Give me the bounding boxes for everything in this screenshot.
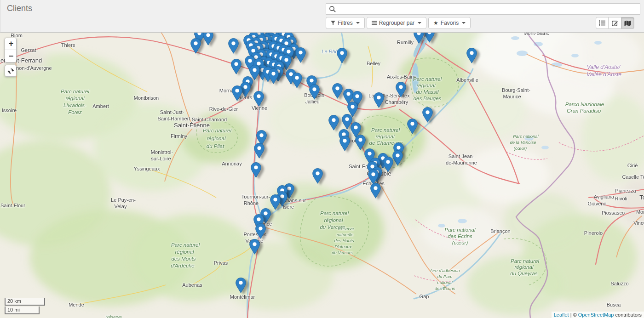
map-marker[interactable] <box>203 33 213 45</box>
map-marker[interactable] <box>312 168 323 184</box>
search-input[interactable] <box>338 4 637 14</box>
control-panel: Clients Filtres Regrouper par ★ Favoris <box>0 0 644 33</box>
map-marker[interactable] <box>407 119 418 134</box>
star-icon: ★ <box>433 20 438 26</box>
filters-button[interactable]: Filtres <box>326 17 365 29</box>
chevron-down-icon <box>418 22 421 24</box>
favorites-button[interactable]: ★ Favoris <box>428 17 471 29</box>
map-marker[interactable] <box>309 84 320 100</box>
scale-km: 20 km <box>5 298 45 306</box>
zoom-out-button[interactable]: − <box>5 50 17 62</box>
map-marker[interactable] <box>251 162 261 178</box>
map-scale-control: 20 km 10 mi <box>5 298 45 314</box>
map-marker[interactable] <box>466 48 477 63</box>
groupby-label: Regrouper par <box>379 20 414 26</box>
search-icon <box>329 6 336 13</box>
map-marker[interactable] <box>253 91 264 107</box>
map-marker[interactable] <box>232 85 242 101</box>
map-marker[interactable] <box>368 169 379 185</box>
map-marker[interactable] <box>414 33 424 44</box>
map-marker[interactable] <box>270 194 281 210</box>
search-box[interactable] <box>326 3 640 15</box>
map-zoom-control: + − <box>5 38 17 62</box>
map-marker[interactable] <box>370 183 381 199</box>
map-marker[interactable] <box>355 135 366 150</box>
refresh-icon <box>7 68 14 74</box>
page-title: Clients <box>7 4 32 13</box>
search-options: Filtres Regrouper par ★ Favoris <box>326 17 471 29</box>
map-marker[interactable] <box>255 223 266 239</box>
map-marker[interactable] <box>422 107 433 123</box>
map-marker[interactable] <box>268 68 279 84</box>
view-switcher <box>596 17 634 29</box>
map-marker[interactable] <box>328 115 339 131</box>
filters-label: Filtres <box>338 20 353 26</box>
list-view-button[interactable] <box>596 17 609 29</box>
leaflet-link[interactable]: Leaflet <box>554 312 569 318</box>
favorites-label: Favoris <box>441 20 459 26</box>
map-canvas[interactable]: RiomThiersGerzatClermont-FerrandCournon-… <box>0 33 644 318</box>
map-marker[interactable] <box>190 38 201 54</box>
map-marker[interactable] <box>337 48 347 63</box>
map-marker[interactable] <box>424 33 435 43</box>
attribution-suffix: contributors <box>614 312 642 318</box>
map-marker[interactable] <box>339 136 350 151</box>
group-by-icon <box>372 21 377 25</box>
zoom-in-button[interactable]: + <box>5 38 17 50</box>
scale-mi: 10 mi <box>5 307 40 314</box>
map-view-icon <box>624 20 631 26</box>
map-marker[interactable] <box>332 83 343 99</box>
map-marker[interactable] <box>396 82 406 97</box>
map-marker[interactable] <box>374 92 384 108</box>
map-marker[interactable] <box>236 278 246 293</box>
map-marker[interactable] <box>231 59 242 74</box>
groupby-button[interactable]: Regrouper par <box>367 17 426 29</box>
openstreetmap-link[interactable]: OpenStreetMap <box>578 312 614 318</box>
map-marker[interactable] <box>292 73 302 88</box>
filter-icon <box>331 21 335 25</box>
map-marker[interactable] <box>295 47 306 63</box>
chevron-down-icon <box>462 22 466 24</box>
form-view-icon <box>612 20 618 26</box>
chevron-down-icon <box>356 22 360 24</box>
form-view-button[interactable] <box>609 17 621 29</box>
map-marker[interactable] <box>254 143 264 159</box>
attribution-separator: | © <box>569 312 578 318</box>
map-markers-layer <box>0 33 644 318</box>
map-view-button[interactable] <box>621 17 634 29</box>
map-marker[interactable] <box>392 150 403 166</box>
list-view-icon <box>599 20 605 26</box>
map-refresh-button[interactable] <box>5 65 17 77</box>
map-marker[interactable] <box>383 157 393 172</box>
map-marker[interactable] <box>249 239 260 255</box>
map-attribution: Leaflet | © OpenStreetMap contributors <box>552 312 644 318</box>
map-marker[interactable] <box>228 38 239 54</box>
